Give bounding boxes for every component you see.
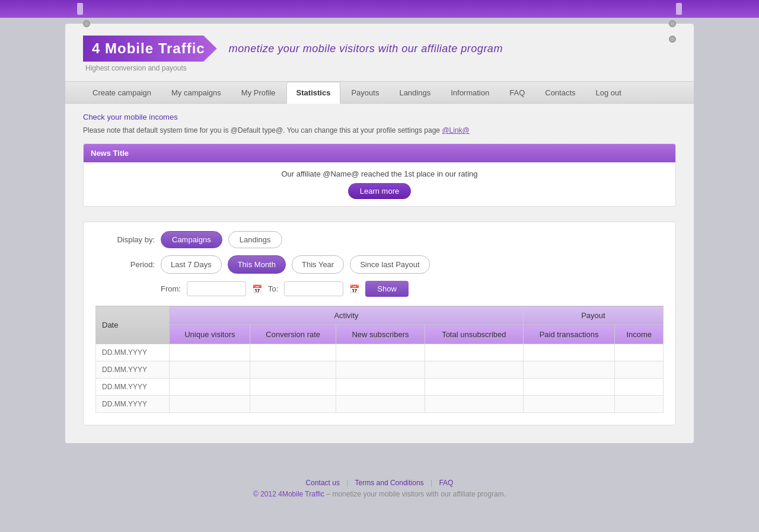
from-to-row: From: 📅 To: 📅 Show (161, 281, 664, 297)
from-calendar-icon[interactable]: 📅 (252, 284, 262, 294)
nav-statistics[interactable]: Statistics (286, 82, 341, 104)
table-row: DD.MM.YYYY (96, 361, 664, 379)
payout-section-header: Payout (523, 306, 663, 325)
content-area: Check your mobile incomes Please note th… (65, 113, 694, 425)
from-date-input[interactable] (187, 281, 246, 296)
nav-create-campaign[interactable]: Create campaign (83, 82, 161, 103)
pin-top-right (669, 20, 676, 27)
news-body: Our affiliate @Name@ reached the 1st pla… (84, 162, 675, 206)
table-row: DD.MM.YYYY (96, 396, 664, 413)
to-date-input[interactable] (284, 281, 343, 296)
footer-copyright: © 2012 4Mobile Traffic – monetize your m… (0, 490, 759, 498)
thisyear-button[interactable]: This Year (292, 255, 344, 274)
activity-section-header: Activity (170, 306, 523, 325)
nav-faq[interactable]: FAQ (500, 82, 534, 103)
paid-transactions-header: Paid transactions (523, 325, 615, 344)
nav-my-profile[interactable]: My Profile (232, 82, 285, 103)
nav-contacts[interactable]: Contacts (535, 82, 585, 103)
top-bar (0, 0, 759, 18)
stats-table: Date Activity Payout Unique visitors Con… (95, 306, 664, 413)
nav-payouts[interactable]: Payouts (342, 82, 388, 103)
thismonth-button[interactable]: This Month (228, 255, 286, 274)
footer-contact-link[interactable]: Contact us (306, 479, 340, 487)
last7-button[interactable]: Last 7 Days (161, 255, 222, 274)
news-header: News Title (84, 144, 675, 162)
campaigns-toggle[interactable]: Campaigns (161, 231, 222, 248)
nav-information[interactable]: Information (441, 82, 499, 103)
new-subscribers-header: New subscribers (336, 325, 425, 344)
to-label: To: (268, 284, 278, 293)
table-row: DD.MM.YYYY (96, 379, 664, 396)
table-row: DD.MM.YYYY (96, 344, 664, 361)
display-by-row: Display by: Campaigns Landings (95, 231, 664, 248)
income-header: Income (615, 325, 664, 344)
nav-landings[interactable]: Landings (390, 82, 440, 103)
nav: Create campaign My campaigns My Profile … (65, 81, 694, 104)
total-unsubscribed-header: Total unsubscribed (425, 325, 523, 344)
landings-toggle[interactable]: Landings (228, 231, 282, 248)
unique-visitors-header: Unique visitors (170, 325, 250, 344)
display-panel: Display by: Campaigns Landings Period: L… (83, 222, 676, 425)
news-box: News Title Our affiliate @Name@ reached … (83, 143, 676, 207)
logo-title: 4 Mobile Traffic (83, 36, 217, 62)
profile-link[interactable]: @Link@ (442, 126, 469, 134)
from-label: From: (161, 284, 181, 293)
logo-subtitle: Highest conversion and payouts (83, 64, 217, 72)
main-container: 4 Mobile Traffic Highest conversion and … (65, 24, 694, 443)
footer-faq-link[interactable]: FAQ (439, 479, 453, 487)
header: 4 Mobile Traffic Highest conversion and … (65, 24, 694, 81)
footer-terms-link[interactable]: Terms and Conditions (355, 479, 424, 487)
date-column-header: Date (96, 306, 170, 344)
period-label: Period: (95, 260, 155, 269)
pin-mid-right (669, 36, 676, 43)
learn-more-button[interactable]: Learn more (348, 183, 411, 199)
conversion-rate-header: Conversion rate (250, 325, 336, 344)
news-body-text: Our affiliate @Name@ reached the 1st pla… (93, 169, 666, 178)
footer-brand-link[interactable]: © 2012 4Mobile Traffic (253, 490, 324, 498)
nav-logout[interactable]: Log out (586, 82, 631, 103)
show-button[interactable]: Show (365, 281, 409, 297)
logo-block: 4 Mobile Traffic Highest conversion and … (83, 36, 217, 72)
period-row: Period: Last 7 Days This Month This Year… (95, 255, 664, 274)
info-heading: Check your mobile incomes (83, 113, 676, 121)
header-tagline: monetize your mobile visitors with our a… (229, 43, 503, 55)
footer-links: Contact us | Terms and Conditions | FAQ (0, 479, 759, 487)
note-text: Please note that default system time for… (83, 126, 676, 134)
pin-top-left (83, 20, 90, 27)
footer: Contact us | Terms and Conditions | FAQ … (0, 479, 759, 510)
nav-my-campaigns[interactable]: My campaigns (162, 82, 231, 103)
sincelast-button[interactable]: Since last Payout (350, 255, 429, 274)
to-calendar-icon[interactable]: 📅 (349, 284, 359, 294)
display-by-label: Display by: (95, 235, 155, 244)
